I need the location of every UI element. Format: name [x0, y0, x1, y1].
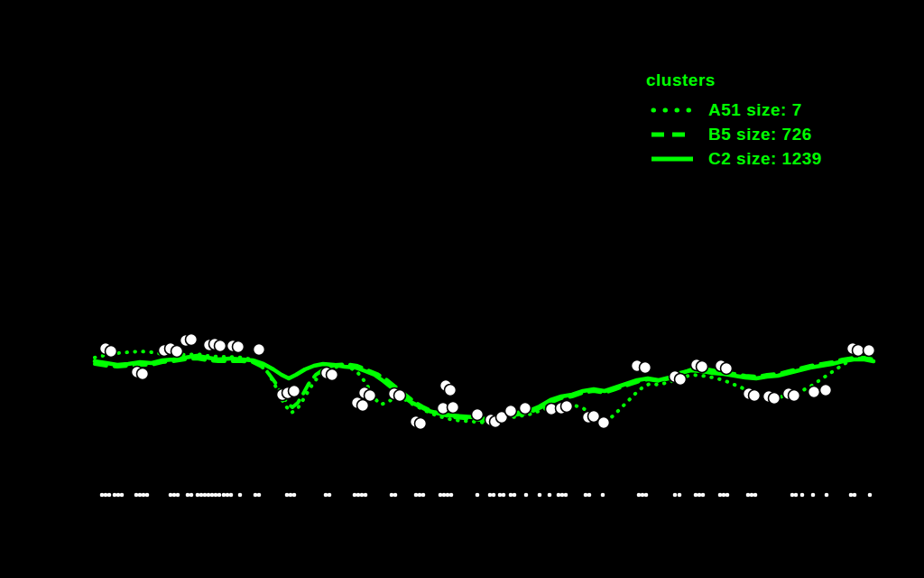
rug-dot — [328, 493, 332, 498]
dashed-line-swatch-icon — [651, 131, 694, 138]
scatter-point — [697, 361, 708, 373]
rug-dot — [564, 493, 568, 498]
rug-dot — [560, 493, 565, 498]
rug-dot — [498, 493, 503, 498]
scatter-point — [233, 341, 245, 353]
scatter-point — [769, 393, 781, 405]
rug-dot — [186, 493, 190, 498]
rug-dot — [673, 493, 678, 498]
rug-dot — [868, 493, 873, 498]
scatter-point — [505, 406, 517, 417]
scatter-point — [789, 390, 800, 402]
rug-dot — [356, 493, 361, 498]
rug-dot — [449, 493, 454, 498]
rug-dot — [360, 493, 365, 498]
rug-dot — [641, 493, 645, 498]
rug-dot — [853, 493, 857, 498]
scatter-point — [448, 402, 459, 414]
rug-dot — [587, 493, 592, 498]
rug-dot — [502, 493, 506, 498]
rug-dot — [217, 493, 222, 498]
rug-dot — [701, 493, 706, 498]
rug-dot — [753, 493, 758, 498]
dotted-line-swatch-icon — [651, 107, 694, 114]
rug-dot — [811, 493, 816, 498]
legend-entry-a51: A51 size: 7 — [646, 98, 822, 122]
scatter-point — [254, 344, 265, 356]
rug-dot — [257, 493, 262, 498]
rug-dot — [637, 493, 642, 498]
rug-dot — [442, 493, 447, 498]
rug-dot — [292, 493, 297, 498]
rug-dot — [538, 493, 542, 498]
scatter-point — [675, 374, 687, 386]
rug-dot — [285, 493, 290, 498]
rug-dot — [548, 493, 552, 498]
rug-dot — [678, 493, 682, 498]
rug-dot — [698, 493, 702, 498]
solid-line-swatch-icon — [651, 155, 694, 163]
rug-dot — [393, 493, 398, 498]
rug-dot — [718, 493, 723, 498]
legend-title: clusters — [646, 70, 822, 90]
rug-dot — [364, 493, 368, 498]
scatter-point — [598, 417, 610, 429]
rug-dot — [825, 493, 829, 498]
scatter-point — [721, 363, 733, 375]
rug-dot — [722, 493, 726, 498]
legend-entry-b5: B5 size: 726 — [646, 122, 822, 146]
scatter-point — [394, 390, 406, 402]
rug-dot — [601, 493, 605, 498]
rug-dot — [644, 493, 649, 498]
rug-dot — [557, 493, 561, 498]
rug-dot — [800, 493, 805, 498]
rug-dot — [210, 493, 215, 498]
rug-dot — [289, 493, 293, 498]
rug-dot — [746, 493, 751, 498]
scatter-point — [853, 345, 864, 357]
rug-dot — [104, 493, 108, 498]
rug-dot — [488, 493, 493, 498]
rug-dot — [196, 493, 200, 498]
rug-dot — [254, 493, 258, 498]
plot-canvas: clusters A51 size: 7 B5 size: 726 C2 siz… — [0, 0, 924, 578]
rug-dot — [750, 493, 754, 498]
rug-dot — [476, 493, 480, 498]
rug-dot — [222, 493, 226, 498]
rug-dot — [513, 493, 517, 498]
scatter-point — [137, 368, 149, 380]
rug-dot — [324, 493, 328, 498]
scatter-point — [289, 386, 300, 397]
legend: clusters A51 size: 7 B5 size: 726 C2 siz… — [646, 70, 822, 171]
rug-dot — [142, 493, 146, 498]
rug-dot — [421, 493, 426, 498]
scatter-point — [561, 401, 573, 413]
scatter-point — [820, 385, 832, 396]
legend-label-b5: B5 size: 726 — [708, 125, 812, 144]
rug-dot — [524, 493, 529, 498]
rug-dot — [189, 493, 194, 498]
series-line-b5 — [95, 358, 873, 421]
rug-dot — [226, 493, 230, 498]
scatter-point — [215, 340, 226, 352]
rug-dot — [725, 493, 730, 498]
rug-dot — [199, 493, 204, 498]
scatter-point — [808, 387, 820, 398]
scatter-point — [327, 369, 338, 381]
rug-dot — [790, 493, 795, 498]
rug-dot — [169, 493, 173, 498]
legend-label-a51: A51 size: 7 — [708, 100, 802, 120]
rug-dot — [107, 493, 112, 498]
rug-dot — [145, 493, 150, 498]
scatter-point — [472, 409, 484, 421]
rug-dot — [509, 493, 513, 498]
scatter-point — [415, 418, 427, 430]
rug-dot — [238, 493, 243, 498]
rug-dot — [207, 493, 211, 498]
scatter-point — [864, 345, 875, 357]
scatter-point — [520, 403, 531, 415]
rug-dot — [353, 493, 357, 498]
rug-dot — [229, 493, 234, 498]
scatter-point — [186, 334, 198, 346]
rug-dot — [176, 493, 180, 498]
